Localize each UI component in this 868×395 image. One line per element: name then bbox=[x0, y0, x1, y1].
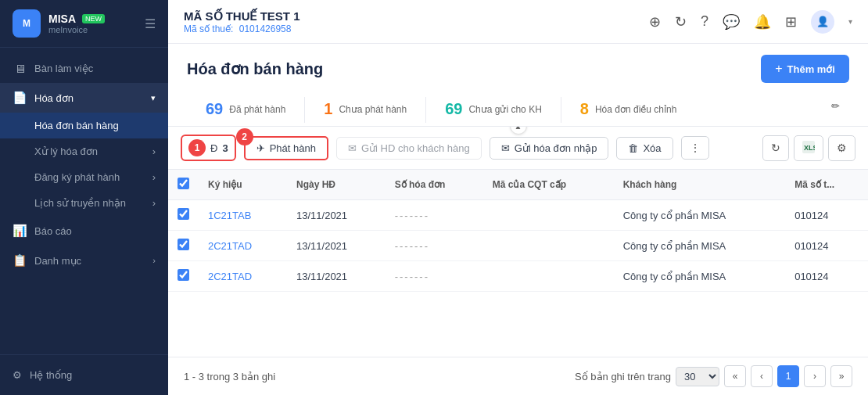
edit-stats-icon[interactable]: ✏ bbox=[822, 94, 849, 126]
row-khach-hang: Công ty cổ phần MISA bbox=[614, 261, 786, 292]
bell-icon[interactable]: 🔔 bbox=[754, 13, 771, 31]
prev-page-button[interactable]: ‹ bbox=[751, 365, 773, 387]
sidebar-item-bao-cao[interactable]: 📊 Báo cáo bbox=[0, 216, 168, 246]
sidebar-item-label: Danh mục bbox=[34, 255, 81, 267]
grid-icon[interactable]: ⊞ bbox=[785, 13, 797, 31]
pagination: Số bản ghi trên trang 30 50 100 « ‹ 1 › … bbox=[575, 365, 852, 387]
table-body: 1C21TAB 13/11/2021 ------- Công ty cổ ph… bbox=[168, 200, 868, 292]
page-size-select[interactable]: 30 50 100 bbox=[676, 367, 719, 386]
last-page-button[interactable]: » bbox=[830, 365, 852, 387]
stat-num-chua-gui-kh: 69 bbox=[445, 100, 462, 118]
stat-label-chua-gui-kh: Chưa gửi cho KH bbox=[468, 104, 541, 115]
row-checkbox[interactable] bbox=[178, 269, 189, 281]
settings-icon: ⚙ bbox=[13, 369, 22, 381]
th-checkbox bbox=[168, 170, 199, 200]
sidebar-item-ban-lam-viec[interactable]: 🖥 Bàn làm việc bbox=[0, 54, 168, 83]
desktop-icon: 🖥 bbox=[13, 62, 27, 75]
row-ngay-hd: 13/11/2021 bbox=[287, 261, 386, 292]
add-button-label: Thêm mới bbox=[787, 63, 835, 75]
row-ky-hieu: 1C21TAB bbox=[199, 200, 287, 231]
row-checkbox[interactable] bbox=[178, 208, 189, 220]
stat-label-hoa-don-dieu-chinh: Hóa đơn điều chỉnh bbox=[595, 104, 676, 115]
row-ngay-hd: 13/11/2021 bbox=[287, 200, 386, 231]
next-page-button[interactable]: › bbox=[804, 365, 826, 387]
phat-hanh-container: 2 ✈ Phát hành bbox=[244, 136, 328, 160]
row-ma-so-thue: 010124 bbox=[785, 200, 868, 231]
sidebar-item-he-thong[interactable]: ⚙ Hệ thống bbox=[13, 363, 156, 387]
user-dropdown-icon[interactable]: ▾ bbox=[848, 17, 852, 26]
stat-label-chua-phat-hanh: Chưa phát hành bbox=[339, 104, 407, 115]
sidebar-item-xu-ly-hoa-don[interactable]: Xử lý hóa đơn › bbox=[0, 138, 168, 164]
sidebar-item-danh-muc[interactable]: 📋 Danh mục › bbox=[0, 246, 168, 275]
row-khach-hang: Công ty cổ phần MISA bbox=[614, 231, 786, 261]
sidebar-item-hoa-don-ban-hang[interactable]: Hóa đơn bán hàng bbox=[0, 113, 168, 138]
logo-text: MISA bbox=[48, 13, 76, 25]
page-header-top: Hóa đơn bán hàng + Thêm mới bbox=[187, 55, 849, 83]
sidebar-bottom-label: Hệ thống bbox=[30, 369, 72, 381]
row-checkbox-cell bbox=[168, 231, 199, 261]
trash-icon: 🗑 bbox=[628, 142, 638, 154]
phat-hanh-button[interactable]: ✈ Phát hành bbox=[244, 136, 328, 160]
th-ma-cqt: Mã của CQT cấp bbox=[483, 170, 614, 200]
row-checkbox-cell bbox=[168, 261, 199, 292]
xoa-button[interactable]: 🗑 Xóa bbox=[616, 137, 673, 160]
stat-tab-chua-phat-hanh[interactable]: 1 Chưa phát hành bbox=[305, 94, 425, 126]
help-icon[interactable]: ? bbox=[701, 13, 708, 30]
row-ma-so-thue: 010124 bbox=[785, 231, 868, 261]
select-all-checkbox[interactable] bbox=[178, 178, 189, 189]
sidebar-nav: 🖥 Bàn làm việc 📄 Hóa đơn ▾ Hóa đơn bán h… bbox=[0, 48, 168, 354]
table-row: 2C21TAD 13/11/2021 ------- Công ty cổ ph… bbox=[168, 261, 868, 292]
row-khach-hang: Công ty cổ phần MISA bbox=[614, 200, 786, 231]
main-content: MÃ SỐ THUẾ TEST 1 Mã số thuế: 0101426958… bbox=[168, 0, 868, 395]
toolbar-collapse-button[interactable]: ▲ bbox=[510, 127, 527, 135]
send-icon: ✈ bbox=[256, 142, 265, 154]
sidebar-sub-label: Xử lý hóa đơn bbox=[34, 145, 98, 157]
excel-icon: XLS bbox=[802, 141, 815, 153]
selected-label: Đ bbox=[210, 142, 217, 154]
user-avatar[interactable]: 👤 bbox=[811, 10, 834, 34]
sidebar-item-lich-su-truyen-nhan[interactable]: Lịch sử truyền nhận › bbox=[0, 190, 168, 216]
sidebar: M MISA NEW meInvoice ☰ 🖥 Bàn làm việc 📄 … bbox=[0, 0, 168, 395]
page-1-button[interactable]: 1 bbox=[777, 365, 799, 387]
invoice-icon: 📄 bbox=[13, 91, 27, 105]
chart-icon: 📊 bbox=[13, 224, 27, 238]
record-info: 1 - 3 trong 3 bản ghi bbox=[184, 371, 275, 382]
email-icon: ✉ bbox=[348, 142, 357, 154]
th-so-hoa-don: Số hóa đơn bbox=[386, 170, 483, 200]
gui-hoa-don-nhap-button[interactable]: ✉ Gửi hóa đơn nhập bbox=[490, 137, 609, 160]
row-ma-cqt bbox=[483, 231, 614, 261]
add-new-button[interactable]: + Thêm mới bbox=[761, 55, 849, 83]
toolbar-right: ↻ XLS ⚙ bbox=[762, 135, 855, 161]
plus-icon: + bbox=[775, 62, 782, 76]
row-so-hoa-don: ------- bbox=[386, 231, 483, 261]
topbar-actions: ⊕ ↻ ? 💬 🔔 ⊞ 👤 ▾ bbox=[649, 10, 852, 34]
row-ma-cqt bbox=[483, 200, 614, 231]
page-size-label: Số bản ghi trên trang bbox=[575, 371, 671, 382]
stat-tab-da-phat-hanh[interactable]: 69 Đã phát hành bbox=[187, 94, 304, 126]
stat-num-chua-phat-hanh: 1 bbox=[324, 100, 332, 118]
logo-text-group: MISA NEW meInvoice bbox=[48, 13, 105, 34]
sidebar-item-hoa-don[interactable]: 📄 Hóa đơn ▾ bbox=[0, 83, 168, 113]
sidebar-item-dang-ky-phat-hanh[interactable]: Đăng ký phát hành › bbox=[0, 164, 168, 190]
selected-count: 3 bbox=[222, 142, 228, 154]
stat-label-da-phat-hanh: Đã phát hành bbox=[229, 104, 285, 115]
add-circle-icon[interactable]: ⊕ bbox=[649, 13, 661, 31]
table-header: Ký hiệu Ngày HĐ Số hóa đơn Mã của CQT cấ… bbox=[168, 170, 868, 200]
refresh-icon[interactable]: ↻ bbox=[675, 13, 687, 31]
stats-tabs: 69 Đã phát hành 1 Chưa phát hành 69 Chưa… bbox=[187, 94, 849, 126]
stat-tab-chua-gui-kh[interactable]: 69 Chưa gửi cho KH bbox=[426, 94, 561, 126]
export-excel-button[interactable]: XLS bbox=[794, 135, 823, 161]
table-row: 2C21TAD 13/11/2021 ------- Công ty cổ ph… bbox=[168, 231, 868, 261]
more-options-button[interactable]: ⋮ bbox=[681, 136, 709, 160]
reload-button[interactable]: ↻ bbox=[762, 135, 789, 161]
row-ma-cqt bbox=[483, 261, 614, 292]
stat-tab-hoa-don-dieu-chinh[interactable]: 8 Hóa đơn điều chỉnh bbox=[561, 94, 696, 126]
row-checkbox-cell bbox=[168, 200, 199, 231]
page-title: Hóa đơn bán hàng bbox=[187, 59, 761, 78]
menu-toggle-icon[interactable]: ☰ bbox=[145, 16, 156, 31]
settings-table-button[interactable]: ⚙ bbox=[828, 135, 855, 161]
chat-icon[interactable]: 💬 bbox=[723, 13, 740, 31]
row-checkbox[interactable] bbox=[178, 239, 189, 250]
gui-hd-kh-button[interactable]: ✉ Gửi HD cho khách hàng bbox=[336, 137, 482, 160]
first-page-button[interactable]: « bbox=[724, 365, 746, 387]
